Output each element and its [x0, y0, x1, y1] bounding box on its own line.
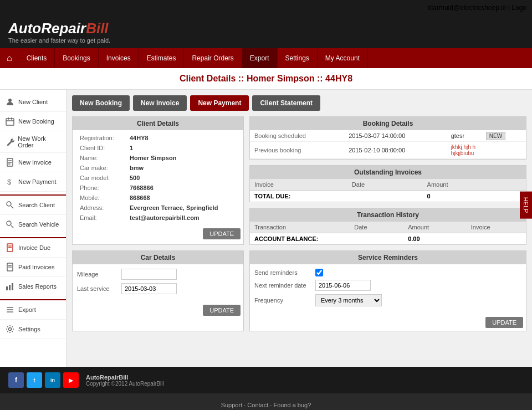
- sidebar-item-paid-invoices[interactable]: Paid Invoices: [0, 258, 66, 277]
- svg-rect-1: [6, 119, 14, 125]
- sidebar-label-settings: Settings: [18, 326, 40, 332]
- search-client-icon: [4, 199, 16, 211]
- twitter-button[interactable]: t: [27, 372, 42, 388]
- car-update-button[interactable]: UPDATE: [203, 305, 241, 316]
- footer-links-text: Support · Contact · Found a bug?: [221, 402, 311, 408]
- svg-text:$: $: [7, 178, 12, 186]
- sidebar-label-new-payment: New Payment: [18, 178, 56, 185]
- transaction-history-section: Transaction History Transaction Date Amo…: [249, 208, 526, 245]
- nav-export[interactable]: Export: [242, 48, 278, 68]
- sidebar-label-search-client: Search Client: [18, 202, 55, 208]
- dollar-icon: $: [4, 176, 16, 187]
- nav-invoices[interactable]: Invoices: [99, 48, 139, 68]
- service-reminders-section: Service Reminders Send reminders Next re…: [249, 250, 526, 331]
- nav-repair-orders[interactable]: Repair Orders: [184, 48, 242, 68]
- main-content: New Booking New Invoice New Payment Clie…: [66, 90, 532, 367]
- sidebar-label-paid-invoices: Paid Invoices: [18, 264, 54, 270]
- paid-invoices-icon: [4, 262, 16, 273]
- new-booking-button[interactable]: New Booking: [72, 95, 130, 111]
- invoice-icon: [4, 157, 16, 168]
- sidebar-item-search-client[interactable]: Search Client: [0, 196, 66, 215]
- send-reminders-label: Send reminders: [254, 269, 315, 276]
- sidebar-item-sales-reports[interactable]: Sales Reports: [0, 277, 66, 296]
- invoice-due-icon: [4, 242, 16, 253]
- sidebar-item-new-payment[interactable]: $ New Payment: [0, 172, 66, 192]
- export-icon: [4, 304, 16, 315]
- balance-label: ACCOUNT BALANCE:: [250, 233, 403, 245]
- sidebar-item-search-vehicle[interactable]: Search Vehicle: [0, 215, 66, 234]
- nav-estimates[interactable]: Estimates: [139, 48, 185, 68]
- outstanding-invoices-title: Outstanding Invoices: [250, 166, 526, 179]
- frequency-label: Frequency: [254, 297, 315, 304]
- sidebar: New Client New Booking New Work Order Ne…: [0, 90, 66, 367]
- sidebar-label-search-vehicle: Search Vehicle: [18, 221, 59, 228]
- car-details-section: Car Details Mileage Last service UPDATE: [72, 250, 244, 331]
- nav-home-button[interactable]: ⌂: [0, 48, 19, 68]
- footer-social: f t in ▶ AutoRepairBill Copyright ©2012 …: [0, 367, 532, 393]
- invoice-col-amount: Amount: [423, 179, 526, 191]
- bug-link[interactable]: Found a bug?: [273, 402, 311, 408]
- sidebar-item-new-booking[interactable]: New Booking: [0, 112, 66, 131]
- calendar-icon: [4, 116, 16, 127]
- balance-value: 0.00: [403, 233, 467, 245]
- logo: AutoRepairBill The easier and faster way…: [8, 20, 110, 44]
- reminders-update-button[interactable]: UPDATE: [485, 317, 523, 328]
- youtube-button[interactable]: ▶: [63, 372, 79, 388]
- sidebar-label-new-work-order: New Work Order: [18, 135, 62, 148]
- search-vehicle-icon: [4, 219, 16, 230]
- mileage-input[interactable]: [121, 269, 177, 280]
- sidebar-item-new-work-order[interactable]: New Work Order: [0, 131, 66, 153]
- footer-brand: AutoRepairBill: [86, 374, 164, 381]
- client-details-section: Client Details Registration:44HY8 Client…: [72, 116, 244, 245]
- nav-my-account[interactable]: My Account: [318, 48, 368, 68]
- sidebar-item-new-invoice[interactable]: New Invoice: [0, 153, 66, 172]
- sidebar-label-sales-reports: Sales Reports: [18, 283, 57, 290]
- sidebar-item-invoice-due[interactable]: Invoice Due: [0, 238, 66, 258]
- sidebar-label-export: Export: [18, 306, 36, 313]
- help-tab[interactable]: HELP: [520, 192, 532, 219]
- svg-line-13: [11, 226, 13, 228]
- nav-settings[interactable]: Settings: [278, 48, 318, 68]
- client-statement-button[interactable]: Client Statement: [252, 95, 320, 111]
- transaction-history-title: Transaction History: [250, 208, 526, 222]
- svg-line-11: [11, 206, 13, 208]
- nav-clients[interactable]: Clients: [19, 48, 55, 68]
- contact-link[interactable]: Contact: [247, 402, 268, 408]
- invoice-col-invoice: Invoice: [250, 179, 347, 191]
- facebook-button[interactable]: f: [8, 372, 24, 388]
- bar-chart-icon: [4, 281, 16, 292]
- next-reminder-input[interactable]: [315, 280, 371, 291]
- frequency-select[interactable]: Every month Every 2 months Every 3 month…: [315, 294, 382, 306]
- sidebar-item-export[interactable]: Export: [0, 300, 66, 320]
- page-title: Client Details :: Homer Simpson :: 44HY8: [0, 68, 532, 90]
- footer-copyright: Copyright ©2012 AutoRepairBill: [86, 381, 164, 387]
- sidebar-item-new-client[interactable]: New Client: [0, 93, 66, 112]
- booking-details-title: Booking Details: [250, 117, 526, 130]
- svg-rect-22: [12, 283, 13, 290]
- sidebar-label-invoice-due: Invoice Due: [18, 244, 50, 251]
- svg-point-26: [9, 328, 12, 331]
- linkedin-button[interactable]: in: [45, 372, 60, 388]
- wrench-icon: [4, 136, 15, 147]
- new-invoice-button[interactable]: New Invoice: [133, 95, 187, 111]
- new-payment-button[interactable]: New Payment: [190, 95, 249, 111]
- trans-col-invoice: Invoice: [467, 222, 526, 233]
- send-reminders-checkbox[interactable]: [315, 269, 323, 276]
- trans-col-date: Date: [350, 222, 403, 233]
- svg-point-10: [7, 202, 11, 206]
- last-service-label: Last service: [77, 285, 121, 292]
- invoice-col-date: Date: [347, 179, 423, 191]
- svg-rect-21: [9, 285, 11, 290]
- client-update-button[interactable]: UPDATE: [203, 228, 241, 239]
- sidebar-label-new-invoice: New Invoice: [18, 159, 52, 166]
- nav-bookings[interactable]: Bookings: [55, 48, 98, 68]
- outstanding-invoices-section: Outstanding Invoices Invoice Date Amount: [249, 165, 526, 202]
- last-service-input[interactable]: [121, 283, 177, 294]
- support-link[interactable]: Support: [221, 402, 243, 408]
- action-buttons: New Booking New Invoice New Payment Clie…: [72, 95, 526, 111]
- total-due-label: TOTAL DUE:: [250, 191, 423, 202]
- footer-links: Support · Contact · Found a bug?: [0, 393, 532, 410]
- sidebar-label-new-client: New Client: [18, 99, 48, 105]
- sidebar-item-settings[interactable]: Settings: [0, 320, 66, 339]
- service-reminders-title: Service Reminders: [250, 251, 526, 264]
